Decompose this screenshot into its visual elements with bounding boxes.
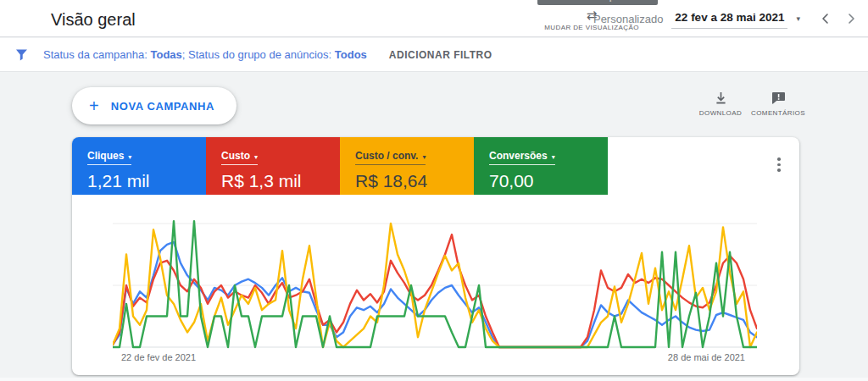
metric-tab-label: Conversões: [489, 150, 548, 162]
chart-svg: [113, 218, 757, 351]
metric-tab-custo[interactable]: Custo▾ R$ 1,3 mil: [206, 137, 340, 195]
campaign-status-label: Status da campanha:: [43, 48, 150, 61]
previous-period-button[interactable]: [814, 8, 836, 30]
next-period-button[interactable]: [841, 8, 863, 30]
new-campaign-button[interactable]: + NOVA CAMPANHA: [72, 87, 236, 124]
card-overflow-menu-button[interactable]: [771, 156, 787, 176]
more-vert-icon: [777, 157, 781, 161]
page-title: Visão geral: [51, 10, 136, 30]
chevron-down-icon: ▾: [254, 153, 258, 161]
chevron-down-icon: ▾: [422, 153, 426, 161]
chevron-down-icon: ▾: [552, 153, 555, 161]
date-range-type: Personalizado: [593, 13, 663, 25]
filter-funnel-icon: [15, 48, 28, 61]
adgroup-status-value: Todos: [335, 48, 367, 61]
axis-end-date: 28 de mai de 2021: [668, 352, 745, 362]
chevron-left-icon: [821, 13, 829, 25]
adgroup-status-label: Status do grupo de anúncios:: [188, 48, 335, 61]
metric-tab-custo-conv[interactable]: Custo / conv.▾ R$ 18,64: [340, 137, 474, 195]
active-filters-summary[interactable]: Status da campanha: Todas; Status do gru…: [43, 48, 367, 61]
add-filter-button[interactable]: ADICIONAR FILTRO: [389, 49, 492, 61]
bottom-strip: [0, 378, 868, 381]
metric-tab-label: Custo / conv.: [355, 150, 418, 162]
series-Custo: [113, 235, 757, 347]
filter-bar: Status da campanha: Todas; Status do gru…: [0, 38, 868, 72]
comment-exclamation-icon: [771, 91, 786, 105]
metric-tab-value: 70,00: [489, 171, 608, 191]
top-header: Visão geral ⇄ MUDAR DE VISUALIZAÇÃO Pers…: [0, 0, 868, 37]
axis-start-date: 22 de fev de 2021: [121, 352, 196, 362]
timeseries-chart: [113, 218, 757, 351]
comments-button[interactable]: COMENTÁRIOS: [751, 91, 805, 125]
x-axis-labels: 22 de fev de 2021 28 de mai de 2021: [113, 352, 757, 362]
metric-tab-value: R$ 18,64: [355, 171, 474, 191]
clipped-tooltip: VISUALIZAÇÕES: [537, 0, 658, 5]
metric-tab-cliques[interactable]: Cliques▾ 1,21 mil: [72, 137, 206, 195]
date-range-button[interactable]: 22 fev a 28 mai 2021: [671, 9, 787, 29]
download-icon: [715, 91, 727, 105]
campaign-status-value: Todas: [150, 48, 181, 61]
metric-tab-value: R$ 1,3 mil: [221, 171, 340, 191]
metric-tab-label: Cliques: [87, 150, 124, 162]
date-range-control: Personalizado 22 fev a 28 mai 2021 ▾: [593, 0, 863, 37]
overview-chart-card: Cliques▾ 1,21 mil Custo▾ R$ 1,3 mil Cust…: [72, 137, 799, 375]
chevron-down-icon: ▾: [128, 153, 131, 161]
metric-tab-conversoes[interactable]: Conversões▾ 70,00: [474, 137, 608, 195]
chevron-down-icon[interactable]: ▾: [796, 14, 800, 23]
chevron-right-icon: [848, 13, 856, 25]
metric-tab-label: Custo: [221, 150, 250, 162]
metric-tab-value: 1,21 mil: [87, 171, 206, 191]
plus-icon: +: [89, 97, 99, 114]
metric-tabs-row: Cliques▾ 1,21 mil Custo▾ R$ 1,3 mil Cust…: [72, 137, 799, 195]
download-button[interactable]: DOWNLOAD: [693, 91, 748, 125]
